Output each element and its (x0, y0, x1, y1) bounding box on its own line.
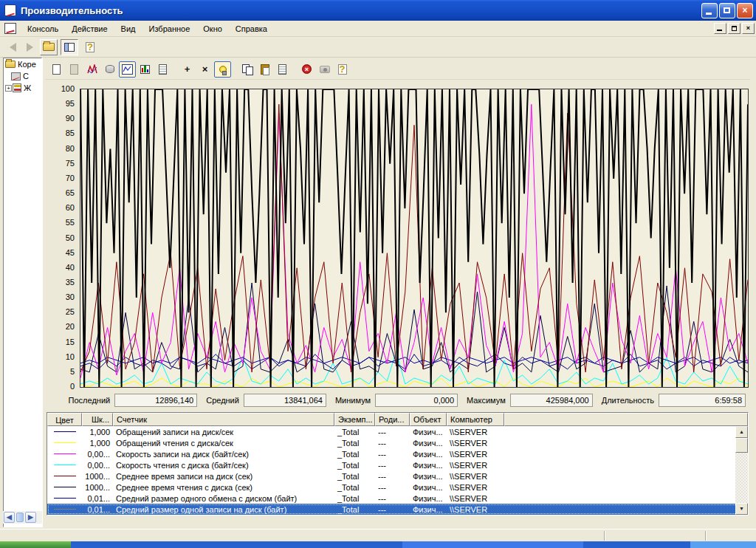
counter-color-swatch (47, 509, 82, 510)
y-axis-tick: 35 (45, 278, 75, 287)
counter-row[interactable]: 0,00...Скорость записи на диск (байт/сек… (47, 448, 748, 459)
properties-button[interactable] (274, 61, 291, 78)
counter-scale: 1000... (82, 472, 113, 481)
child-restore-button[interactable] (728, 23, 740, 34)
scroll-thumb[interactable] (16, 513, 24, 522)
scroll-up-button[interactable]: ▲ (735, 426, 748, 438)
counter-instance: _Total (334, 472, 375, 481)
tree-horizontal-scrollbar[interactable]: ◀ ▶ (3, 511, 42, 524)
menu-window[interactable]: Окно (196, 22, 229, 35)
duration-value: 6:59:58 (659, 394, 746, 407)
logs-alerts-icon (13, 83, 21, 92)
menu-favorites[interactable]: Избранное (142, 22, 197, 35)
child-close-button[interactable]: × (742, 23, 755, 34)
minimize-button[interactable] (701, 3, 718, 18)
y-axis-tick: 10 (45, 352, 75, 361)
counter-scale: 1000... (82, 483, 113, 492)
copy-icon (242, 64, 252, 75)
y-axis-tick: 60 (45, 203, 75, 212)
start-button-edge[interactable] (0, 541, 71, 548)
counter-instance: _Total (334, 461, 375, 470)
counter-parent: --- (375, 472, 410, 481)
maximum-value: 425984,000 (510, 394, 593, 407)
sysmon-help-button[interactable]: ? (334, 61, 351, 78)
view-current-activity-button[interactable] (83, 61, 100, 78)
counter-row[interactable]: 0,01...Средний размер одного обмена с ди… (47, 493, 748, 504)
scroll-down-button[interactable]: ▼ (735, 503, 748, 515)
legend-vertical-scrollbar[interactable]: ▲ ▼ (735, 426, 748, 515)
statusbar-separator (604, 531, 605, 541)
tree-item-console-root[interactable]: Коре (4, 58, 41, 70)
y-axis-tick: 75 (45, 159, 75, 168)
properties-page-icon (278, 64, 286, 75)
child-minimize-button[interactable] (714, 23, 726, 34)
counter-row[interactable]: 1000...Среднее время чтения с диска (сек… (47, 482, 748, 493)
counter-row[interactable]: 1,000Обращений чтения с диска/сек_Total-… (47, 437, 748, 448)
highlight-button[interactable] (214, 61, 231, 78)
graph-icon (122, 64, 133, 75)
y-axis-tick: 5 (45, 367, 75, 376)
expand-plus-icon[interactable]: + (5, 85, 12, 92)
close-button[interactable]: × (737, 3, 753, 18)
y-axis-tick: 25 (45, 307, 75, 316)
paste-counter-list-button[interactable] (256, 61, 273, 78)
counter-row[interactable]: 1,000Обращений записи на диск/сек_Total-… (47, 426, 748, 437)
counter-scale: 0,01... (82, 505, 113, 514)
counter-color-swatch (47, 476, 82, 476)
menu-action[interactable]: Действие (65, 22, 114, 35)
counter-object: Физич... (410, 505, 447, 514)
header-parent[interactable]: Роди... (375, 413, 410, 426)
delete-counter-button[interactable]: × (196, 61, 213, 78)
counter-parent: --- (375, 450, 410, 459)
copy-properties-button[interactable] (238, 61, 255, 78)
freeze-icon: × (302, 64, 312, 74)
legend-header-row: Цвет Шк... Счетчик Экземп... Роди... Объ… (47, 413, 748, 426)
scroll-left-button[interactable]: ◀ (4, 512, 15, 523)
counter-row[interactable]: 0,01...Средний размер одной записи на ди… (47, 504, 748, 515)
header-object[interactable]: Объект (410, 413, 447, 426)
scroll-right-button[interactable]: ▶ (25, 512, 36, 523)
show-console-tree-button[interactable] (61, 39, 78, 55)
counter-color-swatch (47, 453, 82, 454)
legend-scroll-thumb[interactable] (735, 438, 748, 453)
tree-item-performance-logs[interactable]: + Ж (4, 82, 41, 94)
header-counter[interactable]: Счетчик (113, 413, 334, 426)
up-one-level-button[interactable] (40, 39, 58, 55)
child-close-icon: × (746, 24, 750, 32)
counter-name: Среднее время чтения с диска (сек) (113, 483, 334, 492)
header-color[interactable]: Цвет (47, 413, 82, 426)
folder-icon (5, 61, 16, 68)
back-arrow-icon[interactable] (10, 43, 16, 52)
freeze-display-button[interactable]: × (298, 61, 315, 78)
view-report-button[interactable] (154, 61, 171, 78)
counter-object: Физич... (410, 439, 447, 448)
y-axis-tick: 95 (45, 99, 75, 108)
header-instance[interactable]: Экземп... (334, 413, 375, 426)
menu-help[interactable]: Справка (229, 22, 274, 35)
tree-item-system-monitor[interactable]: С (4, 70, 41, 82)
header-computer[interactable]: Компьютер (447, 413, 504, 426)
update-data-button[interactable] (316, 61, 333, 78)
counter-name: Обращений записи на диск/сек (113, 428, 334, 436)
counter-row[interactable]: 0,00...Скорость чтения с диска (байт/сек… (47, 459, 748, 470)
forward-arrow-icon[interactable] (27, 43, 33, 52)
counter-parent: --- (375, 461, 410, 470)
add-counter-button[interactable]: + (179, 61, 196, 78)
counter-instance: _Total (334, 483, 375, 492)
menu-view[interactable]: Вид (114, 22, 142, 35)
view-histogram-button[interactable] (137, 61, 154, 78)
mmc-help-button[interactable]: ? (81, 39, 99, 55)
restore-button[interactable] (719, 3, 735, 18)
counter-row[interactable]: 1000...Среднее время записи на диск (сек… (47, 470, 748, 482)
clear-display-button[interactable] (66, 61, 83, 78)
view-log-data-button[interactable] (101, 61, 118, 78)
view-graph-button[interactable] (119, 61, 136, 78)
new-counter-set-button[interactable] (48, 61, 65, 78)
menu-console[interactable]: Консоль (21, 22, 65, 35)
counter-object: Физич... (410, 472, 447, 481)
system-monitor-pane: + × × ? 10095908580757065605550454035302… (44, 58, 752, 530)
help-page-icon: ? (338, 64, 347, 75)
counter-name: Обращений чтения с диска/сек (113, 439, 334, 448)
report-page-icon (159, 64, 167, 75)
header-scale[interactable]: Шк... (82, 413, 113, 426)
